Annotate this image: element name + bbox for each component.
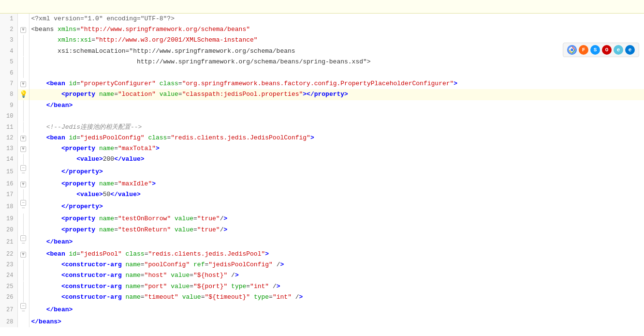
gutter-cell[interactable]: − bbox=[17, 200, 29, 214]
gutter-cell[interactable] bbox=[17, 100, 29, 111]
code-line[interactable]: <constructor-arg name="host" value="${ho… bbox=[29, 270, 644, 281]
code-line[interactable]: <property name="maxTotal"> bbox=[29, 143, 644, 154]
vline-indicator bbox=[23, 189, 24, 200]
fold-icon[interactable]: − bbox=[20, 165, 26, 171]
gutter-cell[interactable] bbox=[17, 57, 29, 67]
vline-indicator bbox=[23, 270, 24, 281]
code-area[interactable]: F S O e e 1<?xml version="1.0" encoding=… bbox=[0, 14, 644, 336]
chrome-icon[interactable] bbox=[567, 45, 577, 55]
code-line[interactable]: <property name="maxIdle"> bbox=[29, 179, 644, 189]
gutter-cell[interactable] bbox=[17, 67, 29, 78]
table-row: 15− </property> bbox=[0, 165, 644, 179]
line-number: 24 bbox=[0, 270, 17, 281]
fold-icon[interactable]: ▼ bbox=[20, 252, 26, 258]
code-line[interactable]: xsi:schemaLocation="http://www.springfra… bbox=[29, 46, 644, 56]
fold-icon[interactable]: − bbox=[20, 200, 26, 206]
gutter-cell[interactable] bbox=[17, 270, 29, 281]
gutter-cell[interactable]: ▼ bbox=[17, 78, 29, 89]
code-line[interactable]: </bean> bbox=[29, 100, 644, 111]
editor: F S O e e 1<?xml version="1.0" encoding=… bbox=[0, 14, 644, 336]
table-row: 27− </bean> bbox=[0, 303, 644, 317]
line-number: 11 bbox=[0, 122, 17, 133]
code-line[interactable]: <!--Jedis连接池的相关配置--> bbox=[29, 122, 644, 133]
line-number: 12 bbox=[0, 133, 17, 143]
code-line[interactable]: <property name="testOnReturn" value="tru… bbox=[29, 224, 644, 235]
fold-icon[interactable]: − bbox=[20, 303, 26, 309]
gutter-cell[interactable] bbox=[17, 111, 29, 122]
gutter-cell[interactable]: − bbox=[17, 165, 29, 179]
firefox-icon[interactable]: F bbox=[579, 45, 588, 55]
fold-icon[interactable]: − bbox=[20, 235, 26, 241]
gutter-cell[interactable]: − bbox=[17, 303, 29, 317]
fold-icon[interactable]: ▼ bbox=[20, 182, 26, 187]
fold-icon[interactable]: ▼ bbox=[20, 81, 26, 87]
table-row: 23 <constructor-arg name="poolConfig" re… bbox=[0, 260, 644, 270]
code-line[interactable]: </property> bbox=[29, 165, 644, 179]
line-number: 2 bbox=[0, 24, 17, 35]
gutter-cell[interactable] bbox=[17, 189, 29, 200]
code-line[interactable]: <constructor-arg name="port" value="${po… bbox=[29, 281, 644, 292]
ie-icon[interactable]: e bbox=[614, 45, 623, 55]
table-row: 13▼ <property name="maxTotal"> bbox=[0, 143, 644, 154]
edge-icon[interactable]: e bbox=[625, 45, 635, 55]
safari-icon[interactable]: S bbox=[590, 45, 600, 55]
code-line[interactable]: <constructor-arg name="poolConfig" ref="… bbox=[29, 260, 644, 270]
code-line[interactable]: <bean id="propertyConfigurer" class="org… bbox=[29, 78, 644, 89]
line-number: 16 bbox=[0, 179, 17, 189]
table-row: 1<?xml version="1.0" encoding="UTF-8"?> bbox=[0, 14, 644, 24]
opera-icon[interactable]: O bbox=[602, 45, 612, 55]
line-number: 3 bbox=[0, 35, 17, 46]
code-line[interactable]: <value>200</value> bbox=[29, 154, 644, 165]
table-row: 7▼ <bean id="propertyConfigurer" class="… bbox=[0, 78, 644, 89]
code-line[interactable]: <constructor-arg name="timeout" value="$… bbox=[29, 292, 644, 303]
gutter-cell[interactable]: ▼ bbox=[17, 143, 29, 154]
code-line[interactable]: <?xml version="1.0" encoding="UTF-8"?> bbox=[29, 14, 644, 24]
code-line[interactable]: http://www.springframework.org/schema/be… bbox=[29, 57, 644, 67]
gutter-cell[interactable] bbox=[17, 224, 29, 235]
line-number: 18 bbox=[0, 200, 17, 214]
code-line[interactable]: <value>50</value> bbox=[29, 189, 644, 200]
code-line[interactable]: </property> bbox=[29, 200, 644, 214]
code-line[interactable]: <beans xmlns="http://www.springframework… bbox=[29, 24, 644, 35]
vline-indicator bbox=[23, 111, 24, 122]
table-row: 16▼ <property name="maxIdle"> bbox=[0, 179, 644, 189]
vline-indicator bbox=[23, 67, 24, 78]
gutter-cell[interactable]: ▼ bbox=[17, 24, 29, 35]
code-line[interactable]: <bean id="jedisPool" class="redis.client… bbox=[29, 249, 644, 260]
vline-indicator bbox=[23, 100, 24, 111]
table-row: 11 <!--Jedis连接池的相关配置--> bbox=[0, 122, 644, 133]
code-line[interactable]: <bean id="jedisPoolConfig" class="redis.… bbox=[29, 133, 644, 143]
gutter-cell[interactable]: 💡 bbox=[17, 89, 29, 100]
code-line[interactable]: xmlns:xsi="http://www.w3.org/2001/XMLSch… bbox=[29, 35, 644, 46]
fold-icon[interactable]: ▼ bbox=[20, 27, 26, 33]
gutter-cell[interactable] bbox=[17, 122, 29, 133]
gutter-cell[interactable] bbox=[17, 46, 29, 56]
gutter-cell[interactable] bbox=[17, 214, 29, 224]
gutter-cell[interactable]: ▼ bbox=[17, 179, 29, 189]
table-row: 20 <property name="testOnReturn" value="… bbox=[0, 224, 644, 235]
gutter-cell[interactable] bbox=[17, 35, 29, 46]
gutter-cell[interactable] bbox=[17, 281, 29, 292]
table-row: 26 <constructor-arg name="timeout" value… bbox=[0, 292, 644, 303]
line-number: 14 bbox=[0, 154, 17, 165]
gutter-cell[interactable] bbox=[17, 292, 29, 303]
gutter-cell[interactable]: ▼ bbox=[17, 249, 29, 260]
gutter-cell[interactable] bbox=[17, 260, 29, 270]
bulb-icon[interactable]: 💡 bbox=[19, 91, 28, 98]
table-row: 28</beans> bbox=[0, 317, 644, 327]
fold-icon[interactable]: ▼ bbox=[20, 146, 26, 152]
gutter-cell[interactable] bbox=[17, 154, 29, 165]
line-number: 13 bbox=[0, 143, 17, 154]
code-line[interactable]: </bean> bbox=[29, 235, 644, 249]
code-line[interactable]: <property name="location" value="classpa… bbox=[29, 89, 644, 100]
table-row: 19 <property name="testOnBorrow" value="… bbox=[0, 214, 644, 224]
code-line[interactable] bbox=[29, 111, 644, 122]
gutter-cell[interactable]: ▼ bbox=[17, 133, 29, 143]
fold-icon[interactable]: ▼ bbox=[20, 136, 26, 141]
gutter-cell[interactable]: − bbox=[17, 235, 29, 249]
code-line[interactable]: </bean> bbox=[29, 303, 644, 317]
line-number: 19 bbox=[0, 214, 17, 224]
code-line[interactable]: <property name="testOnBorrow" value="tru… bbox=[29, 214, 644, 224]
code-line[interactable]: </beans> bbox=[29, 317, 644, 327]
code-line[interactable] bbox=[29, 67, 644, 78]
